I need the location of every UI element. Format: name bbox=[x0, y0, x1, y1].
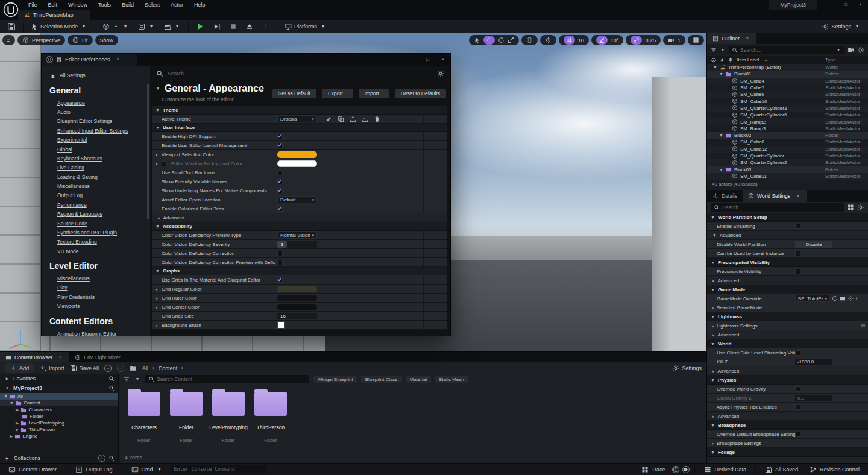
outliner-row[interactable]: ▼Block02Folder bbox=[707, 132, 868, 139]
add-actor-button[interactable]: +▾ bbox=[99, 21, 133, 32]
details-tab[interactable]: Details bbox=[707, 190, 743, 202]
source-control-save-button[interactable]: All Saved bbox=[761, 464, 802, 475]
disable-world-partition-button[interactable]: Disable bbox=[795, 241, 832, 248]
viewport-layout-button[interactable] bbox=[688, 35, 704, 45]
viewport-show-button[interactable]: Show bbox=[95, 35, 119, 45]
collections-section[interactable]: ▶ Collections + bbox=[0, 453, 118, 463]
prefs-group-header[interactable]: ▼Graphs bbox=[152, 267, 447, 275]
color-swatch[interactable] bbox=[277, 286, 317, 292]
rotate-tool-icon[interactable] bbox=[498, 37, 505, 43]
blueprints-button[interactable]: ▾ bbox=[134, 21, 159, 32]
viewport-options-button[interactable]: ≡ bbox=[2, 35, 15, 45]
back-button[interactable]: ← bbox=[104, 365, 112, 372]
outliner-row[interactable]: ▼Block03Folder bbox=[707, 166, 868, 172]
checkbox[interactable] bbox=[795, 224, 800, 229]
spinbox[interactable]: 3 bbox=[277, 241, 317, 248]
delete-theme-icon[interactable] bbox=[374, 116, 380, 122]
checkbox[interactable]: ✔ bbox=[277, 134, 283, 139]
checkbox[interactable] bbox=[277, 170, 283, 175]
outliner-row[interactable]: SM_QuarterCylinder2StaticMeshActor bbox=[707, 159, 868, 166]
asset-filter-button[interactable]: Blueprint Class bbox=[361, 376, 402, 383]
outliner-column-header[interactable]: Item Label ▲ Type bbox=[707, 56, 868, 64]
save-all-button[interactable]: Save All bbox=[70, 365, 99, 372]
gear-icon[interactable] bbox=[857, 46, 864, 54]
add-collection-button[interactable]: + bbox=[98, 455, 105, 462]
play-button[interactable] bbox=[192, 21, 208, 32]
trace-snapshot-button[interactable] bbox=[682, 466, 690, 473]
folder-tree-item[interactable]: ▼Content bbox=[0, 400, 118, 406]
dropdown[interactable]: BP_ThirdPersonG▾ bbox=[795, 295, 830, 302]
level-tab[interactable]: ThirdPersonMap bbox=[18, 10, 90, 20]
reset-to-defaults-button[interactable]: Reset to Defaults bbox=[395, 89, 446, 98]
search-icon[interactable] bbox=[108, 385, 115, 391]
grid-snap-button[interactable]: 10 bbox=[559, 35, 589, 45]
prefs-sidebar-link[interactable]: Play bbox=[42, 283, 150, 292]
brush-swatch[interactable] bbox=[277, 321, 285, 329]
world-settings-tab[interactable]: World Settings × bbox=[743, 190, 807, 202]
prefs-group-header[interactable]: ▼User Interface bbox=[152, 124, 447, 132]
prefs-sidebar-link[interactable]: Blueprint Editor Settings bbox=[42, 117, 150, 126]
folder-tree-item[interactable]: ▶ThirdPerson bbox=[0, 426, 118, 433]
prefs-sidebar-link[interactable]: Output Log bbox=[42, 191, 150, 200]
details-section-header[interactable]: ▼Physics bbox=[707, 376, 868, 385]
outliner-tab[interactable]: Outliner × bbox=[707, 33, 756, 44]
asset-search-input[interactable] bbox=[157, 376, 306, 382]
value-field[interactable]: 16 bbox=[277, 313, 317, 319]
outliner-search[interactable]: ▾ bbox=[729, 46, 845, 54]
move-tool-button[interactable] bbox=[483, 36, 495, 45]
chevron-down-icon[interactable]: ▾ bbox=[134, 376, 141, 383]
favorites-section[interactable]: ▶ Favorites bbox=[0, 374, 118, 383]
outliner-row[interactable]: SM_QuarterCylinder3StaticMeshActor bbox=[707, 105, 868, 112]
content-folder-item[interactable]: FolderFolder bbox=[166, 388, 207, 443]
content-browser-tab[interactable]: Content Browser × bbox=[0, 352, 69, 362]
dropdown[interactable]: Normal Vision▾ bbox=[277, 231, 317, 239]
value-field[interactable]: 0.0 bbox=[795, 395, 832, 401]
import-button[interactable]: Import... bbox=[359, 89, 389, 98]
menu-build[interactable]: Build bbox=[116, 2, 139, 8]
folder-tree-item[interactable]: ▶LevelPrototyping bbox=[0, 420, 118, 426]
prefs-minimize-button[interactable]: – bbox=[405, 55, 420, 64]
output-log-button[interactable]: Output Log bbox=[71, 464, 117, 475]
details-advanced-row[interactable]: ▸Advanced bbox=[707, 276, 868, 285]
dropdown[interactable]: Default▾ bbox=[277, 196, 317, 203]
outliner-search-input[interactable] bbox=[740, 47, 832, 53]
checkbox[interactable]: ✔ bbox=[277, 143, 283, 148]
menu-edit[interactable]: Edit bbox=[43, 2, 63, 8]
prefs-sidebar-link[interactable]: Live Coding bbox=[42, 163, 150, 172]
details-section-header[interactable]: ▼World bbox=[707, 339, 868, 348]
content-drawer-button[interactable]: Content Drawer bbox=[4, 464, 61, 475]
outliner-row[interactable]: SM_Cube11StaticMeshActor bbox=[707, 173, 868, 180]
folder-tree-item[interactable]: Folder bbox=[0, 413, 118, 420]
search-icon[interactable] bbox=[108, 455, 115, 461]
cmd-button[interactable]: Cmd▾ bbox=[127, 464, 168, 475]
color-swatch[interactable] bbox=[277, 160, 317, 167]
close-tab-button[interactable]: × bbox=[794, 192, 802, 200]
checkbox[interactable] bbox=[795, 404, 800, 410]
prefs-search-input[interactable] bbox=[168, 71, 433, 77]
console-command-input[interactable] bbox=[171, 465, 267, 473]
revision-control-button[interactable]: Revision Control bbox=[805, 464, 864, 475]
outliner-row[interactable]: ▼ThirdPersonMap (Editor)World bbox=[707, 64, 868, 71]
outliner-row[interactable]: SM_Cube7StaticMeshActor bbox=[707, 84, 868, 91]
details-advanced-row[interactable]: ▸Advanced bbox=[707, 366, 868, 376]
content-folder-item[interactable]: ThirdPersonFolder bbox=[250, 388, 291, 443]
close-tab-button[interactable]: × bbox=[57, 354, 64, 361]
cinematics-button[interactable]: ▾ bbox=[160, 21, 184, 32]
prefs-sidebar-link[interactable]: Synthesis and DSP Plugin bbox=[42, 228, 150, 237]
sidebar-scrollbar[interactable] bbox=[147, 84, 149, 219]
prefs-window-tab[interactable]: Editor Preferences × bbox=[42, 54, 137, 66]
camera-speed-button[interactable]: 1 bbox=[663, 35, 685, 45]
gear-icon[interactable] bbox=[437, 70, 444, 77]
surface-snapping-button[interactable] bbox=[540, 35, 556, 45]
checkbox[interactable] bbox=[795, 251, 800, 256]
prefs-close-button[interactable]: × bbox=[435, 55, 450, 64]
asset-filter-button[interactable]: Widget Blueprint bbox=[313, 376, 357, 383]
add-button[interactable]: +Add bbox=[5, 363, 34, 373]
content-browser-settings-button[interactable]: Settings bbox=[672, 365, 702, 372]
checkbox[interactable] bbox=[795, 432, 800, 437]
minimize-button[interactable]: – bbox=[823, 0, 838, 10]
display-options-icon[interactable] bbox=[847, 204, 854, 211]
folder-tree-item[interactable]: ▶Engine bbox=[0, 433, 118, 439]
forward-button[interactable]: → bbox=[117, 365, 124, 372]
trace-button[interactable]: Trace bbox=[637, 464, 670, 475]
